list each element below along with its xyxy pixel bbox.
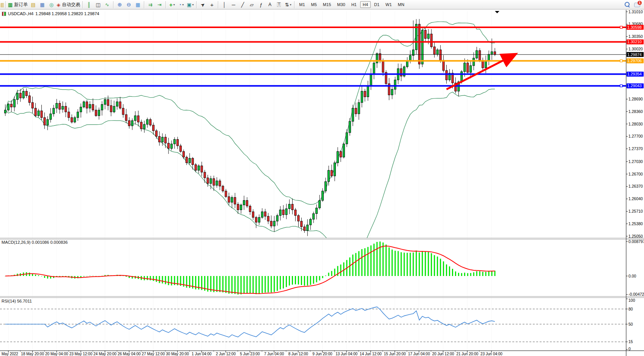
timeframe-m5-button[interactable]: M5 [309,1,320,8]
toolbar-crosshair-button[interactable]: + [207,1,216,9]
toolbar-zoom-out-button[interactable]: ⊖ [124,1,133,9]
toolbar-separator [218,1,218,8]
svg-text:8 Jun 12:00: 8 Jun 12:00 [288,352,309,356]
chevron-down-icon: ▾ [290,3,291,6]
bar-chart-icon: ║ [87,2,91,7]
search-button[interactable] [624,2,630,8]
price-badge-1.29354: 1.29354 [627,72,644,77]
svg-text:1.25050: 1.25050 [628,234,643,238]
svg-text:0.00: 0.00 [628,274,636,278]
svg-text:1.27030: 1.27030 [628,159,643,164]
toolbar-line-chart-button[interactable]: ∿ [102,1,112,9]
timeframe-mn-button[interactable]: MN [395,1,407,8]
timeframe-d1-button[interactable]: D1 [372,1,382,8]
toolbar-indicators-button[interactable]: +▾ [167,1,176,9]
autotrading-label: 自动交易 [62,2,80,8]
svg-text:1.25380: 1.25380 [628,221,643,226]
svg-text:20 Jun 12:00: 20 Jun 12:00 [432,352,454,356]
svg-text:15 Jun 20:00: 15 Jun 20:00 [384,352,406,356]
line-handle[interactable] [620,85,622,87]
toolbar-candle-chart-button[interactable]: ◫ [93,1,102,9]
timeframe-toolbar: M1M5M15M30H1H4D1W1MN [296,1,407,8]
svg-text:50: 50 [628,322,633,326]
price-badge-1.29706: 1.29706 [627,58,644,63]
svg-text:9 Jun 20:00: 9 Jun 20:00 [312,352,332,356]
toolbar-auto-scroll-button[interactable]: ⇉ [146,1,155,9]
svg-text:1.25710: 1.25710 [628,209,643,213]
svg-text:May 2022: May 2022 [2,352,18,356]
templates-icon: ▣ [187,2,191,7]
toolbar-autotrading-button[interactable]: ◈自动交易 [56,1,81,9]
line-handle[interactable] [620,26,622,28]
toolbar-horizontal-line-button[interactable]: ─ [229,1,238,9]
svg-text:-0.004725: -0.004725 [628,292,644,296]
chart-shift-icon: ⇥ [157,2,162,7]
toolbar-separator [144,1,144,8]
svg-text:1.27700: 1.27700 [628,134,643,138]
svg-text:1.28690: 1.28690 [628,97,643,101]
line-chart-icon: ∿ [105,2,109,7]
toolbar-right: 1 [624,2,641,8]
svg-text:1.28360: 1.28360 [628,109,643,114]
toolbar-navigator-button[interactable]: ◎ [47,1,56,9]
trendline-icon: ╱ [241,2,244,7]
timeframe-m15-button[interactable]: M15 [320,1,334,8]
toolbar-bar-chart-button[interactable]: ║ [84,1,93,9]
toolbar-label-button[interactable]: T [274,1,283,9]
toolbar-vertical-line-button[interactable]: │ [220,1,229,9]
toolbar-profiles-button[interactable]: ▤ [28,1,38,9]
line-handle[interactable] [620,60,622,62]
channel-icon: ▱ [250,2,254,7]
chart-shift-marker[interactable] [495,11,499,13]
clipped-toolbar-icon: ▤ [0,1,4,9]
toolbar-groups: ▥新订单▤▦◎◈自动交易║◫∿⊕⊖▦⇉⇥+▾◔▾▣▾➤+│─╱▱ƒAT⇅▾ [7,1,296,9]
svg-text:5 Jun 23:00: 5 Jun 23:00 [240,352,260,356]
toolbar-templates-button[interactable]: ▣▾ [186,1,195,9]
toolbar-separator [196,1,197,8]
timeframe-m1-button[interactable]: M1 [296,1,307,8]
toolbar-periods-button[interactable]: ◔▾ [176,1,186,9]
chevron-down-icon: ▾ [192,3,194,6]
indicators-icon: + [169,2,173,8]
svg-text:21 Jun 20:00: 21 Jun 20:00 [456,352,478,356]
new-order-icon: ▥ [8,2,13,7]
svg-text:1.30210: 1.30210 [627,39,642,44]
toolbar-fibonacci-button[interactable]: ƒ [256,1,265,9]
timeframe-m30-button[interactable]: M30 [334,1,348,8]
svg-text:23 May 12:00: 23 May 12:00 [69,352,93,356]
chevron-down-icon: ▾ [173,3,175,6]
toolbar-text-button[interactable]: A [265,1,274,9]
timeframe-h1-button[interactable]: H1 [349,1,359,8]
crosshair-icon: + [210,2,214,8]
cursor-icon: ➤ [200,2,206,8]
toolbar-new-order-button[interactable]: ▥新订单 [7,1,28,9]
svg-text:100: 100 [628,298,635,303]
svg-text:1.28030: 1.28030 [628,122,643,126]
svg-text:18 May 20:00: 18 May 20:00 [21,352,44,356]
candle-chart-icon: ◫ [96,2,100,7]
timeframe-w1-button[interactable]: W1 [383,1,395,8]
chart-canvas[interactable]: 1.310101.306801.303501.300201.286901.283… [0,10,644,356]
panel-frame [0,10,644,356]
toolbar-chart-shift-button[interactable]: ⇥ [155,1,164,9]
timeframe-h4-button[interactable]: H4 [360,1,371,8]
notifications-button[interactable]: 1 [634,2,641,8]
navigator-icon: ◎ [49,2,54,7]
toolbar-channel-button[interactable]: ▱ [247,1,256,9]
svg-text:1.29043: 1.29043 [627,83,642,88]
tile-windows-icon: ▦ [135,2,140,7]
toolbar-cursor-button[interactable]: ➤ [198,1,207,9]
svg-text:30 May 20:00: 30 May 20:00 [166,352,189,356]
toolbar-arrows-button[interactable]: ⇅▾ [283,1,293,9]
toolbar-market-watch-button[interactable]: ▦ [38,1,47,9]
horizontal-line-icon: ─ [232,2,235,7]
svg-text:1.29874: 1.29874 [627,52,642,57]
toolbar-tile-windows-button[interactable]: ▦ [133,1,142,9]
time-axis[interactable]: May 202218 May 20:0020 May 04:0023 May 1… [2,351,502,356]
svg-text:0: 0 [628,347,631,351]
vertical-line-icon: │ [223,2,226,7]
toolbar-zoom-in-button[interactable]: ⊕ [115,1,124,9]
price-axis[interactable]: 1.310101.306801.303501.300201.286901.283… [626,10,644,351]
svg-text:1.30020: 1.30020 [628,47,643,51]
toolbar-trendline-button[interactable]: ╱ [238,1,247,9]
